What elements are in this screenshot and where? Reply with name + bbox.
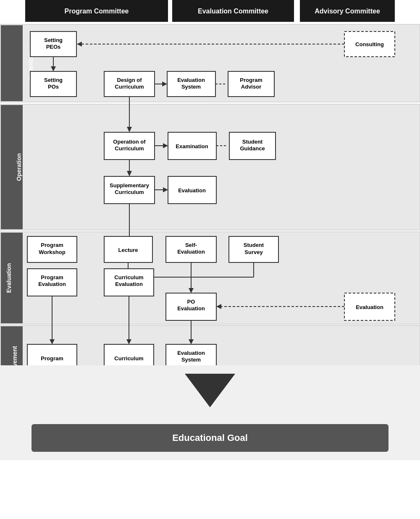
svg-text:Evaluation: Evaluation [115, 281, 143, 287]
student-survey-box: Student [244, 242, 264, 248]
program-improve-box: Program [41, 355, 63, 362]
svg-rect-76 [27, 344, 77, 365]
educational-goal-box: Educational Goal [32, 424, 388, 452]
svg-text:System: System [181, 356, 201, 363]
setting-pos-box: Setting [44, 77, 63, 83]
header-program: Program Committee [65, 8, 129, 15]
svg-text:Workshop: Workshop [39, 249, 65, 255]
header-evaluation: Evaluation Committee [198, 8, 268, 15]
svg-text:POs: POs [48, 84, 59, 90]
eval-system-org-box: Evaluation [177, 77, 205, 83]
svg-text:PEOs: PEOs [46, 44, 61, 50]
program-advisor-box: Program [240, 77, 262, 83]
improve-label: Improvement [11, 346, 18, 365]
svg-text:Advisor: Advisor [241, 84, 261, 90]
educational-goal-section: Educational Goal [0, 416, 420, 460]
svg-text:Curriculum: Curriculum [115, 145, 144, 152]
eval-op-box: Evaluation [178, 187, 206, 194]
svg-rect-77 [104, 344, 154, 365]
eval-system-improve-box: Evaluation [177, 350, 205, 356]
lecture-box: Lecture [118, 247, 138, 253]
svg-text:Survey: Survey [244, 249, 263, 255]
big-down-arrow [185, 374, 235, 407]
svg-text:Curriculum: Curriculum [115, 84, 144, 90]
svg-text:Curriculum: Curriculum [115, 189, 144, 195]
svg-text:System: System [181, 84, 201, 90]
curr-eval-box: Curriculum [114, 274, 143, 280]
diagram-svg: Program Committee Evaluation Committee A… [0, 0, 420, 365]
svg-rect-4 [1, 25, 23, 101]
design-curriculum-box: Design of [117, 77, 142, 83]
program-eval-box: Program [41, 274, 63, 280]
eval-label: Evaluation [5, 263, 12, 293]
self-eval-box: Self- [185, 242, 197, 248]
examination-box: Examination [176, 143, 208, 149]
header-advisory: Advisory Committee [315, 8, 380, 15]
program-workshop-box: Program [41, 242, 63, 248]
svg-text:Evaluation: Evaluation [177, 305, 205, 312]
student-guidance-box: Student [242, 139, 263, 145]
svg-text:Guidance: Guidance [240, 145, 265, 152]
svg-rect-23 [0, 104, 420, 230]
setting-peos-box: Setting [44, 37, 63, 43]
po-eval-box: PO [187, 299, 195, 305]
supp-curriculum-box: Supplementary [110, 182, 150, 189]
consulting-box: Consulting [355, 41, 384, 47]
eval-ext-box: Evaluation [356, 304, 383, 310]
svg-text:Evaluation: Evaluation [177, 249, 205, 255]
bottom-arrow-section [0, 365, 420, 416]
op-label: Operation [16, 153, 22, 181]
curriculum-improve-box: Curriculum [114, 355, 143, 362]
svg-text:Evaluation: Evaluation [38, 281, 66, 287]
main-container: Program Committee Evaluation Committee A… [0, 0, 420, 460]
op-curriculum-box: Operation of [113, 139, 146, 145]
